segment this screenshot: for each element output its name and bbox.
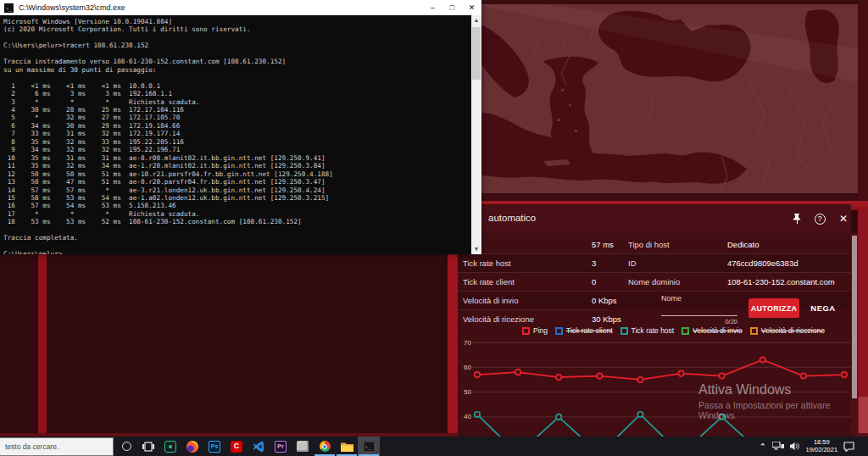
dev-app-icon: [164, 441, 176, 453]
maximize-button[interactable]: □: [442, 0, 462, 15]
legend-swatch: [682, 327, 689, 335]
taskbar-search-box[interactable]: testo da cercare.: [0, 437, 114, 456]
tray-clock[interactable]: 18:59 19/02/2021: [806, 439, 838, 453]
stat-value-tick-rate-host: 3: [592, 259, 596, 268]
stat-label-domain: Nome dominio: [628, 277, 680, 286]
cmd-taskbar-button[interactable]: ›_: [358, 437, 380, 456]
cmd-title: C:\Windows\system32\cmd.exe: [19, 3, 125, 12]
search-placeholder: testo da cercare.: [5, 442, 58, 451]
authorize-button[interactable]: AUTORIZZA: [748, 298, 799, 318]
console-output[interactable]: Microsoft Windows [Versione 10.0.19041.8…: [0, 15, 471, 254]
legend-swatch: [620, 327, 628, 335]
chrome-icon: [320, 441, 331, 452]
stat-label-host-type: Tipo di host: [628, 240, 670, 249]
close-panel-icon[interactable]: ✕: [836, 211, 851, 226]
legend-label: Tick rate host: [632, 326, 675, 335]
cmd-scrollbar[interactable]: ▲ ▼: [471, 15, 481, 254]
legend-label: Ping: [533, 326, 548, 335]
pin-icon[interactable]: [788, 211, 804, 226]
scroll-up-icon[interactable]: ▲: [471, 15, 481, 25]
row-separator: [458, 272, 851, 273]
stat-label-tick-rate-host: Tick rate host: [463, 259, 511, 268]
stat-value-tick-rate-client: 0: [592, 277, 596, 286]
svg-text:60: 60: [464, 364, 471, 371]
volume-icon[interactable]: [790, 442, 800, 451]
task-view-icon: [142, 442, 154, 452]
gray-app-button[interactable]: [292, 437, 314, 456]
cortana-button[interactable]: [115, 437, 137, 456]
name-char-counter: 0/20: [661, 318, 737, 325]
legend-swatch: [555, 327, 563, 335]
stat-value-host-type: Dedicato: [727, 240, 760, 249]
legend-item[interactable]: Tick rate host: [620, 326, 675, 335]
row-separator: [458, 309, 609, 310]
activate-windows-subtitle: Passa a Impostazioni per attivare Window…: [698, 400, 868, 420]
legend-item[interactable]: Velocità di ricezione: [750, 326, 825, 335]
stat-value-receive-rate: 30 Kbps: [592, 314, 621, 324]
file-explorer-icon: [341, 442, 353, 452]
photoshop-icon: Ps: [209, 441, 220, 453]
stat-label-id: ID: [628, 259, 637, 268]
cmd-window: ›_ C:\Windows\system32\cmd.exe – □ ✕ Mic…: [0, 0, 481, 254]
svg-text:50: 50: [464, 388, 471, 396]
legend-item[interactable]: Tick rate client: [555, 326, 612, 335]
stat-value-send-rate: 0 Kbps: [592, 296, 617, 305]
cmd-icon: ›_: [364, 442, 375, 452]
close-button[interactable]: ✕: [462, 0, 481, 15]
legend-item[interactable]: Ping: [522, 326, 548, 335]
firefox-icon: [186, 441, 198, 453]
task-view-button[interactable]: [137, 437, 159, 456]
legend-label: Velocità di invio: [693, 326, 743, 335]
notification-icon[interactable]: [843, 442, 854, 452]
cmd-app-icon: ›_: [4, 3, 14, 13]
stat-value-ping: 57 ms: [592, 240, 614, 249]
premiere-icon: Pr: [275, 441, 287, 453]
cmd-scrollbar-thumb[interactable]: [472, 27, 481, 80]
photoshop-button[interactable]: Ps: [203, 437, 225, 456]
legend-swatch: [522, 327, 530, 335]
file-explorer-button[interactable]: [336, 437, 358, 456]
clock-date: 19/02/2021: [806, 447, 838, 454]
chart-legend: PingTick rate clientTick rate hostVeloci…: [522, 326, 825, 335]
tray-chevron-icon[interactable]: ⌃: [760, 442, 766, 451]
deny-button[interactable]: NEGA: [805, 301, 841, 315]
console-text: Microsoft Windows [Versione 10.0.19041.8…: [3, 18, 471, 254]
premiere-button[interactable]: Pr: [270, 437, 292, 456]
comodo-button[interactable]: C: [225, 437, 248, 456]
network-chart: 70605040: [458, 335, 856, 437]
cmd-titlebar[interactable]: ›_ C:\Windows\system32\cmd.exe – □ ✕: [0, 0, 481, 15]
svg-text:70: 70: [464, 339, 471, 347]
comodo-icon: C: [231, 441, 242, 453]
vscode-button[interactable]: [248, 437, 270, 456]
stat-label-tick-rate-client: Tick rate client: [463, 277, 515, 286]
stat-label-send-rate: Velocità di invio: [463, 296, 518, 305]
stat-label-receive-rate: Velocità di ricezione: [463, 314, 534, 324]
legend-swatch: [750, 327, 758, 335]
desktop: automatico ? ✕ 57 ms Tick rate host 3 Ti…: [0, 0, 868, 456]
legend-label: Tick rate client: [566, 326, 612, 335]
name-field-label: Nome: [661, 294, 682, 303]
app-right-edge-top: [858, 0, 868, 201]
cortana-icon: [122, 442, 131, 451]
dev-app-button[interactable]: [159, 437, 181, 456]
network-icon[interactable]: [772, 442, 784, 451]
name-input[interactable]: [661, 315, 737, 316]
stat-value-id: 476ccd9809e6383d: [727, 259, 798, 268]
activate-windows-watermark: Attiva Windows: [698, 382, 791, 398]
help-icon[interactable]: ?: [812, 211, 827, 226]
svg-text:40: 40: [464, 413, 471, 420]
panel-title: automatico: [488, 213, 536, 223]
stat-value-domain: 108-61-230-152.constant.com: [727, 277, 835, 286]
row-separator: [458, 291, 851, 292]
legend-item[interactable]: Velocità di invio: [682, 326, 743, 335]
panel-scrollbar-thumb[interactable]: [852, 236, 857, 398]
legend-label: Velocità di ricezione: [761, 326, 825, 335]
chrome-button[interactable]: [314, 437, 336, 456]
minimize-button[interactable]: –: [423, 0, 442, 15]
firefox-button[interactable]: [181, 437, 203, 456]
vscode-icon: [253, 441, 264, 453]
gray-app-icon: [297, 441, 309, 452]
scroll-down-icon[interactable]: ▼: [471, 244, 481, 254]
row-separator: [458, 253, 851, 254]
